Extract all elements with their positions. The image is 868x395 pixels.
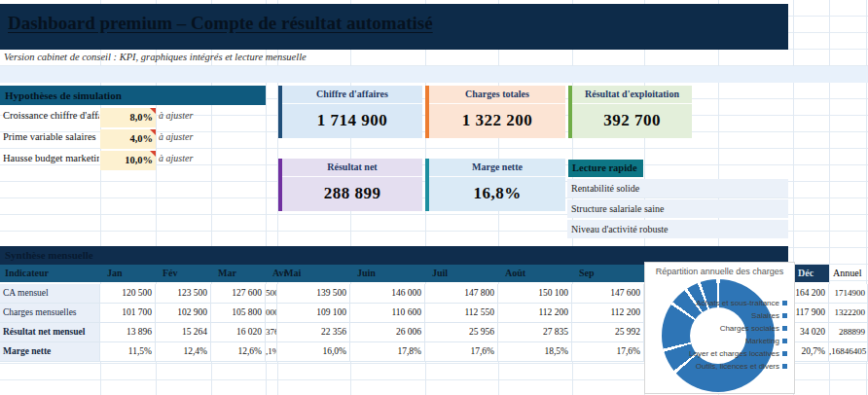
table-cell[interactable]: 16 020: [211, 323, 266, 342]
table-cell[interactable]: 34 020: [793, 323, 829, 342]
table-cell[interactable]: 15 264: [156, 323, 211, 342]
comment-marker-icon: [150, 108, 156, 114]
kpi-value: 1 714 900: [282, 104, 422, 138]
table-cell[interactable]: 147 600: [572, 284, 644, 304]
table-cell[interactable]: 123 500: [156, 284, 211, 304]
table-cell[interactable]: 20,7%: [793, 342, 829, 362]
table-cell[interactable]: 13 896: [100, 323, 156, 342]
legend-label: Achats et sous-traitance: [696, 299, 779, 307]
kpi-label: Charges totales: [429, 86, 565, 104]
column-header: Déc: [793, 265, 829, 282]
kpi-label: Résultat net: [282, 159, 422, 177]
table-cell[interactable]: 376: [266, 323, 277, 342]
column-header: Juil: [425, 265, 498, 282]
spreadsheet-dashboard: Dashboard premium – Compte de résultat a…: [0, 0, 868, 395]
table-cell[interactable]: 1714900: [829, 284, 868, 304]
table-cell[interactable]: 164 200: [793, 284, 829, 304]
table-cell[interactable]: ,16846405: [829, 342, 868, 362]
lecture-rapide-item: Niveau d'activité robuste: [567, 220, 788, 238]
lecture-rapide-header: Lecture rapide: [568, 160, 643, 177]
table-cell[interactable]: 101 700: [100, 304, 156, 323]
kpi-label: Résultat d'exploitation: [572, 86, 692, 104]
hypothesis-value-cell[interactable]: 4,0%: [100, 129, 156, 149]
legend-item: Marketing: [689, 335, 787, 347]
legend-marker-icon: [782, 351, 787, 356]
hypothesis-row-marketing: Hausse budget marketing 10,0% à ajuster: [0, 150, 266, 171]
hypothesis-note: à ajuster: [159, 131, 193, 142]
hypothesis-note: à ajuster: [159, 110, 193, 121]
legend-label: Outils, licences et divers: [696, 362, 779, 371]
column-header: Avr: [266, 265, 277, 282]
chart-legend: Achats et sous-traitanceSalairesCharges …: [689, 297, 787, 373]
table-cell[interactable]: 146 000: [350, 284, 425, 304]
table-cell[interactable]: 11,5%: [100, 342, 156, 362]
table-cell[interactable]: 17,8%: [350, 342, 425, 362]
table-cell[interactable]: 17,6%: [425, 342, 498, 362]
legend-label: Salaires: [751, 311, 779, 320]
legend-label: Marketing: [745, 337, 779, 345]
hypothesis-value-cell[interactable]: 10,0%: [100, 151, 156, 170]
row-label: Résultat net mensuel: [0, 323, 100, 342]
comment-marker-icon: [150, 151, 156, 157]
table-cell[interactable]: 109 100: [277, 304, 350, 323]
kpi-card-resultat-net: Résultat net 288 899: [278, 159, 422, 211]
table-cell[interactable]: 12,4%: [156, 342, 211, 362]
table-cell[interactable]: 110 600: [350, 304, 425, 323]
legend-marker-icon: [782, 364, 787, 369]
lecture-rapide-item: Structure salariale saine: [567, 199, 788, 218]
table-cell[interactable]: 26 006: [350, 323, 425, 342]
table-cell[interactable]: 120 500: [100, 284, 156, 304]
hypothesis-label: Hausse budget marketing: [3, 153, 99, 163]
table-cell[interactable]: 22 356: [277, 323, 350, 342]
table-cell[interactable]: 112 200: [572, 304, 644, 323]
table-cell[interactable]: 112 200: [498, 304, 572, 323]
hypothesis-row-croissance: Croissance chiffre d'affair 8,0% à ajust…: [0, 107, 266, 128]
table-cell[interactable]: 25 992: [572, 323, 644, 342]
comment-marker-icon: [150, 129, 156, 135]
lecture-rapide-item: Rentabilité solide: [567, 179, 788, 198]
column-header: Fév: [156, 265, 211, 282]
kpi-value: 16,8%: [429, 177, 565, 211]
hypothesis-value: 10,0%: [125, 155, 153, 165]
column-header: Mai: [277, 265, 350, 282]
table-cell[interactable]: 1322200: [829, 304, 868, 323]
charges-chart-panel[interactable]: Répartition annuelle des charges Achats …: [644, 262, 795, 394]
chart-title: Répartition annuelle des charges: [645, 267, 794, 276]
kpi-card-marge-nette: Marge nette 16,8%: [425, 159, 565, 211]
column-header: Juin: [350, 265, 425, 282]
table-cell[interactable]: 288899: [829, 323, 868, 342]
legend-marker-icon: [782, 326, 787, 331]
table-cell[interactable]: 105 800: [211, 304, 266, 323]
table-cell[interactable]: 127 600: [211, 284, 266, 304]
table-cell[interactable]: 18,5%: [498, 342, 572, 362]
table-cell[interactable]: 139 500: [277, 284, 350, 304]
column-header: Sep: [572, 265, 644, 282]
table-cell[interactable]: 25 956: [425, 323, 498, 342]
kpi-label: Chiffre d'affaires: [282, 86, 422, 104]
legend-item: Salaires: [689, 309, 787, 322]
column-header: Indicateur: [0, 265, 100, 282]
subtitle: Version cabinet de conseil : KPI, graphi…: [4, 52, 307, 62]
hypothesis-value-cell[interactable]: 8,0%: [100, 108, 156, 127]
kpi-label: Marge nette: [429, 159, 565, 177]
table-cell[interactable]: 147 800: [425, 284, 498, 304]
hypothesis-note: à ajuster: [159, 153, 193, 163]
table-cell[interactable]: 17,6%: [572, 342, 644, 362]
column-header: Mar: [211, 265, 266, 282]
table-cell[interactable]: ,1%: [266, 342, 277, 362]
table-cell[interactable]: 112 550: [425, 304, 498, 323]
kpi-card-chiffre-affaires: Chiffre d'affaires 1 714 900: [278, 86, 422, 138]
hypothesis-label: Croissance chiffre d'affair: [3, 110, 99, 121]
legend-item: Loyer et charges locatives: [689, 347, 787, 360]
table-cell[interactable]: 117 900: [793, 304, 829, 323]
table-cell[interactable]: 27 835: [498, 323, 572, 342]
column-header: Annuel: [829, 265, 868, 282]
table-cell[interactable]: 102 900: [156, 304, 211, 323]
table-cell[interactable]: 16,0%: [277, 342, 350, 362]
table-cell[interactable]: 500: [266, 284, 277, 304]
table-cell[interactable]: 12,6%: [211, 342, 266, 362]
legend-label: Charges sociales: [720, 324, 779, 333]
table-cell[interactable]: 000: [266, 304, 277, 323]
table-cell[interactable]: 150 100: [498, 284, 572, 304]
kpi-card-resultat-exploitation: Résultat d'exploitation 392 700: [568, 86, 692, 138]
